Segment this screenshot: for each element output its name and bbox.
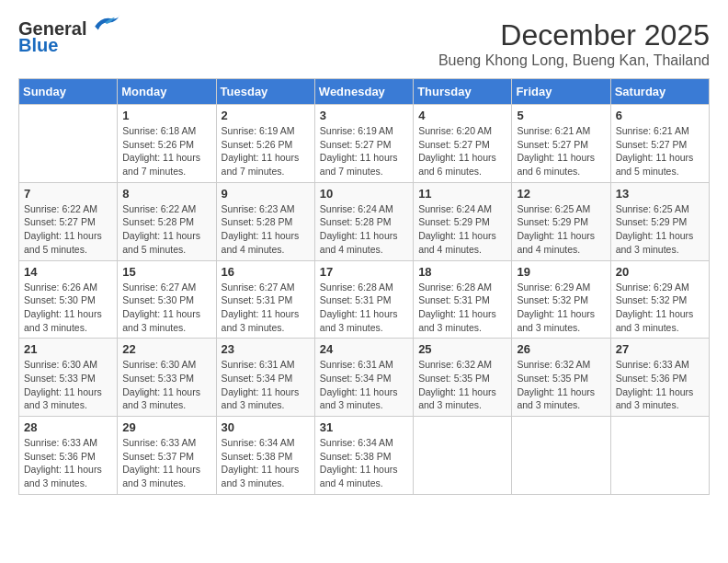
day-number: 19 [517,265,605,279]
logo: General Blue [18,18,121,56]
day-info: Sunrise: 6:32 AMSunset: 5:35 PMDaylight:… [517,358,605,412]
calendar-cell: 3Sunrise: 6:19 AMSunset: 5:27 PMDaylight… [314,105,413,183]
day-number: 27 [616,342,704,356]
day-info: Sunrise: 6:25 AMSunset: 5:29 PMDaylight:… [616,202,704,257]
calendar-cell [512,417,610,495]
day-info: Sunrise: 6:24 AMSunset: 5:28 PMDaylight:… [320,202,408,257]
calendar-cell [414,417,512,495]
calendar-week-row: 28Sunrise: 6:33 AMSunset: 5:36 PMDayligh… [19,417,710,495]
calendar-cell: 14Sunrise: 6:26 AMSunset: 5:30 PMDayligh… [19,260,118,339]
calendar-cell [19,105,118,183]
day-number: 11 [418,187,506,201]
calendar-header-friday: Friday [512,79,610,105]
day-number: 31 [320,420,408,434]
day-number: 25 [418,342,506,356]
day-info: Sunrise: 6:25 AMSunset: 5:29 PMDaylight:… [517,202,605,257]
day-info: Sunrise: 6:34 AMSunset: 5:38 PMDaylight:… [222,436,310,490]
day-info: Sunrise: 6:33 AMSunset: 5:37 PMDaylight:… [122,436,210,490]
day-number: 1 [122,109,210,122]
calendar-cell: 30Sunrise: 6:34 AMSunset: 5:38 PMDayligh… [216,417,314,495]
calendar-week-row: 21Sunrise: 6:30 AMSunset: 5:33 PMDayligh… [19,339,710,417]
day-info: Sunrise: 6:32 AMSunset: 5:35 PMDaylight:… [418,358,506,412]
calendar-cell: 20Sunrise: 6:29 AMSunset: 5:32 PMDayligh… [610,260,709,339]
calendar-week-row: 1Sunrise: 6:18 AMSunset: 5:26 PMDaylight… [19,105,710,183]
day-info: Sunrise: 6:30 AMSunset: 5:33 PMDaylight:… [24,358,112,412]
calendar-header-saturday: Saturday [610,79,709,105]
calendar-cell: 7Sunrise: 6:22 AMSunset: 5:27 PMDaylight… [19,182,118,260]
day-info: Sunrise: 6:30 AMSunset: 5:33 PMDaylight:… [122,358,210,412]
calendar-header-sunday: Sunday [19,79,118,105]
calendar-cell: 26Sunrise: 6:32 AMSunset: 5:35 PMDayligh… [512,339,610,417]
calendar-cell: 19Sunrise: 6:29 AMSunset: 5:32 PMDayligh… [512,260,610,339]
day-info: Sunrise: 6:33 AMSunset: 5:36 PMDaylight:… [616,358,704,412]
day-info: Sunrise: 6:26 AMSunset: 5:30 PMDaylight:… [24,281,112,335]
calendar-cell: 2Sunrise: 6:19 AMSunset: 5:26 PMDaylight… [216,105,314,183]
day-info: Sunrise: 6:31 AMSunset: 5:34 PMDaylight:… [222,358,310,412]
page-header: General Blue December 2025 Bueng Khong L… [18,18,710,69]
day-number: 6 [616,109,704,122]
day-number: 17 [320,265,408,279]
day-number: 24 [320,342,408,356]
calendar-cell: 13Sunrise: 6:25 AMSunset: 5:29 PMDayligh… [610,182,709,260]
day-info: Sunrise: 6:19 AMSunset: 5:27 PMDaylight:… [320,124,408,178]
calendar-header-thursday: Thursday [414,79,512,105]
calendar-cell: 18Sunrise: 6:28 AMSunset: 5:31 PMDayligh… [414,260,512,339]
day-number: 5 [517,109,605,122]
title-section: December 2025 Bueng Khong Long, Bueng Ka… [438,18,710,69]
logo-bird-icon [88,12,121,38]
calendar-table: SundayMondayTuesdayWednesdayThursdayFrid… [18,78,710,495]
calendar-week-row: 14Sunrise: 6:26 AMSunset: 5:30 PMDayligh… [19,260,710,339]
calendar-cell: 29Sunrise: 6:33 AMSunset: 5:37 PMDayligh… [118,417,216,495]
logo-blue: Blue [18,35,58,56]
day-number: 12 [517,187,605,201]
calendar-cell: 9Sunrise: 6:23 AMSunset: 5:28 PMDaylight… [216,182,314,260]
day-number: 15 [122,265,210,279]
day-info: Sunrise: 6:33 AMSunset: 5:36 PMDaylight:… [24,436,112,490]
day-number: 2 [222,109,310,122]
day-info: Sunrise: 6:18 AMSunset: 5:26 PMDaylight:… [122,124,210,178]
day-number: 29 [122,420,210,434]
calendar-cell [610,417,709,495]
day-info: Sunrise: 6:27 AMSunset: 5:31 PMDaylight:… [222,281,310,335]
day-number: 18 [418,265,506,279]
day-info: Sunrise: 6:27 AMSunset: 5:30 PMDaylight:… [122,281,210,335]
location-subtitle: Bueng Khong Long, Bueng Kan, Thailand [438,52,710,69]
day-info: Sunrise: 6:22 AMSunset: 5:27 PMDaylight:… [24,202,112,257]
calendar-cell: 23Sunrise: 6:31 AMSunset: 5:34 PMDayligh… [216,339,314,417]
day-info: Sunrise: 6:29 AMSunset: 5:32 PMDaylight:… [616,281,704,335]
calendar-cell: 17Sunrise: 6:28 AMSunset: 5:31 PMDayligh… [314,260,413,339]
day-number: 13 [616,187,704,201]
calendar-cell: 27Sunrise: 6:33 AMSunset: 5:36 PMDayligh… [610,339,709,417]
day-number: 4 [418,109,506,122]
day-number: 30 [222,420,310,434]
day-info: Sunrise: 6:24 AMSunset: 5:29 PMDaylight:… [418,202,506,257]
calendar-cell: 8Sunrise: 6:22 AMSunset: 5:28 PMDaylight… [118,182,216,260]
calendar-cell: 22Sunrise: 6:30 AMSunset: 5:33 PMDayligh… [118,339,216,417]
calendar-week-row: 7Sunrise: 6:22 AMSunset: 5:27 PMDaylight… [19,182,710,260]
day-number: 10 [320,187,408,201]
calendar-header-wednesday: Wednesday [314,79,413,105]
calendar-cell: 24Sunrise: 6:31 AMSunset: 5:34 PMDayligh… [314,339,413,417]
day-info: Sunrise: 6:31 AMSunset: 5:34 PMDaylight:… [320,358,408,412]
day-number: 14 [24,265,112,279]
calendar-cell: 4Sunrise: 6:20 AMSunset: 5:27 PMDaylight… [414,105,512,183]
calendar-cell: 10Sunrise: 6:24 AMSunset: 5:28 PMDayligh… [314,182,413,260]
calendar-cell: 31Sunrise: 6:34 AMSunset: 5:38 PMDayligh… [314,417,413,495]
calendar-cell: 16Sunrise: 6:27 AMSunset: 5:31 PMDayligh… [216,260,314,339]
calendar-cell: 25Sunrise: 6:32 AMSunset: 5:35 PMDayligh… [414,339,512,417]
day-number: 22 [122,342,210,356]
day-number: 23 [222,342,310,356]
day-info: Sunrise: 6:29 AMSunset: 5:32 PMDaylight:… [517,281,605,335]
day-info: Sunrise: 6:21 AMSunset: 5:27 PMDaylight:… [517,124,605,178]
day-info: Sunrise: 6:28 AMSunset: 5:31 PMDaylight:… [418,281,506,335]
calendar-cell: 5Sunrise: 6:21 AMSunset: 5:27 PMDaylight… [512,105,610,183]
calendar-cell: 11Sunrise: 6:24 AMSunset: 5:29 PMDayligh… [414,182,512,260]
day-info: Sunrise: 6:21 AMSunset: 5:27 PMDaylight:… [616,124,704,178]
day-number: 8 [122,187,210,201]
day-info: Sunrise: 6:19 AMSunset: 5:26 PMDaylight:… [222,124,310,178]
calendar-header-row: SundayMondayTuesdayWednesdayThursdayFrid… [19,79,710,105]
day-info: Sunrise: 6:20 AMSunset: 5:27 PMDaylight:… [418,124,506,178]
month-year-title: December 2025 [438,18,710,52]
day-number: 28 [24,420,112,434]
day-number: 16 [222,265,310,279]
